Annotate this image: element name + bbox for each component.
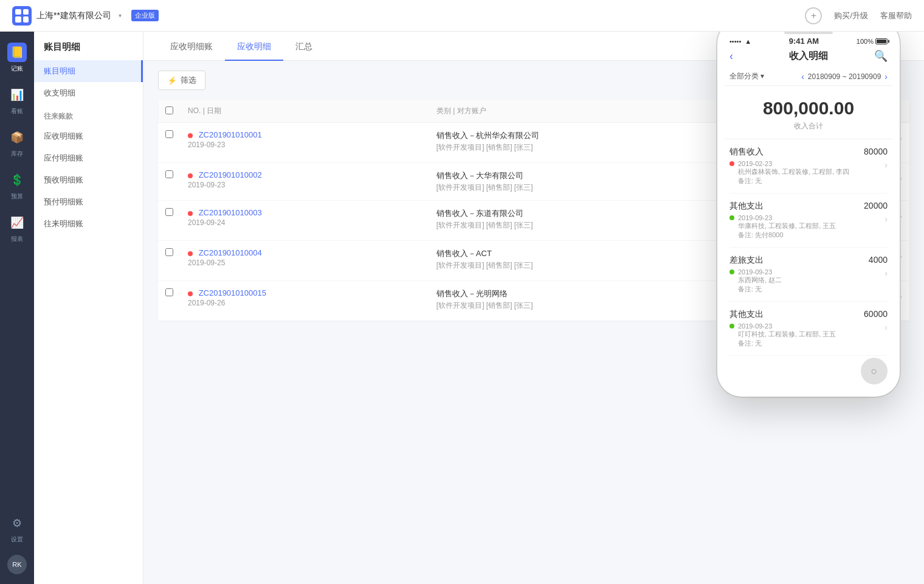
total-amount: 800,000.00: [725, 98, 892, 119]
date-prev-button[interactable]: ‹: [801, 72, 804, 82]
battery-area: 100%: [857, 38, 888, 45]
item-date: 2019-02-23: [738, 160, 772, 167]
menu-item-wanglaiming[interactable]: 往来明细账: [34, 213, 143, 235]
category-label: 全部分类: [729, 72, 759, 80]
main-content: 应收明细账 应收明细 汇总 ⚡ 筛选 NO. | 日期: [143, 32, 924, 584]
record-number[interactable]: ZC201901010003: [199, 208, 262, 217]
signal-area: ••••• ▲: [729, 38, 751, 45]
record-status-dot: [188, 251, 193, 256]
phone-list-item[interactable]: 差旅支出 4000 2019-09-23 东西网络, 赵二 备注: 无 ›: [729, 248, 888, 302]
row-checkbox[interactable]: [165, 130, 173, 138]
filter-icon: ⚡: [167, 76, 177, 85]
battery-bar: [875, 38, 888, 44]
record-sub: [软件开发项目] [销售部] [张三]: [436, 220, 736, 231]
row-checkbox-cell: [158, 201, 181, 241]
record-date: 2019-09-26: [188, 299, 422, 307]
record-date: 2019-09-23: [188, 181, 422, 189]
item-date: 2019-09-23: [738, 268, 772, 276]
company-name: 上海**建筑有限公司: [36, 10, 111, 21]
col-type-account: 类别 | 对方账户: [429, 100, 743, 123]
sidebar-label-yusuan: 预算: [11, 192, 23, 201]
menu-item-zhangmu[interactable]: 账目明细: [34, 60, 143, 82]
record-type: 销售收入－光明网络: [436, 288, 736, 299]
menu-item-yushoumingxi[interactable]: 预收明细账: [34, 169, 143, 191]
sidebar-item-kucun[interactable]: 📦 库存: [0, 122, 34, 164]
wifi-icon: ▲: [745, 38, 751, 45]
avatar-label: RK: [12, 561, 21, 568]
phone-nav-bar: ‹ 收入明细 🔍: [725, 49, 892, 68]
row-no-date: ZC201901010003 2019-09-24: [181, 201, 429, 241]
phone-search-button[interactable]: 🔍: [874, 49, 888, 63]
item-category: 其他支出: [729, 201, 764, 212]
phone-fab-button[interactable]: ○: [861, 358, 888, 384]
item-text: 2019-09-23 华康科技, 工程装修, 工程部, 王五 备注: 先付800…: [738, 214, 881, 240]
item-detail: 2019-02-23 杭州森林装饰, 工程装修, 工程部, 李四 备注: 无 ›: [729, 160, 888, 186]
row-type-account: 销售收入－光明网络 [软件开发项目] [销售部] [张三]: [429, 281, 743, 321]
row-checkbox[interactable]: [165, 170, 173, 178]
menu-item-yufumingxi[interactable]: 预付明细账: [34, 191, 143, 213]
row-checkbox[interactable]: [165, 288, 173, 296]
record-number[interactable]: ZC201901010001: [199, 130, 262, 139]
zhangdan-icon: 📊: [10, 88, 24, 102]
phone-notch: [725, 32, 892, 34]
sidebar-label-shezhi: 设置: [11, 535, 23, 544]
item-amount: 4000: [869, 255, 888, 265]
row-checkbox[interactable]: [165, 248, 173, 256]
record-type: 销售收入－杭州华众有限公司: [436, 130, 736, 141]
sidebar-item-yusuan[interactable]: 💲 预算: [0, 164, 34, 207]
row-type-account: 销售收入－东道有限公司 [软件开发项目] [销售部] [张三]: [429, 201, 743, 241]
row-type-account: 销售收入－杭州华众有限公司 [软件开发项目] [销售部] [张三]: [429, 123, 743, 163]
phone-mockup: ••••• ▲ 9:41 AM 100% ‹ 收入明细 🔍 全部分类: [717, 32, 912, 409]
tab-yingshouzhangmingxi[interactable]: 应收明细账: [158, 34, 225, 61]
tab-yingshoumingxi[interactable]: 应收明细: [225, 34, 283, 61]
item-date: 2019-09-23: [738, 322, 772, 330]
item-amount: 60000: [864, 309, 888, 319]
total-label: 收入合计: [725, 121, 892, 131]
item-dot: [729, 269, 734, 274]
enterprise-badge: 企业版: [131, 10, 159, 21]
item-text: 2019-02-23 杭州森林装饰, 工程装修, 工程部, 李四 备注: 无: [738, 160, 881, 186]
row-no-date: ZC2019010100015 2019-09-26: [181, 281, 429, 321]
battery-fill: [877, 40, 886, 43]
item-arrow-icon: ›: [884, 214, 888, 224]
company-logo-area[interactable]: 上海**建筑有限公司 ▾ 企业版: [12, 6, 159, 26]
menu-item-yingshoumingxi[interactable]: 应收明细账: [34, 125, 143, 147]
sidebar-item-zhangdan[interactable]: 📊 看账: [0, 79, 34, 122]
record-status-dot: [188, 211, 193, 216]
item-arrow-icon: ›: [884, 160, 888, 170]
select-all-checkbox[interactable]: [165, 106, 173, 114]
col-no-date: NO. | 日期: [181, 100, 429, 123]
buy-upgrade-link[interactable]: 购买/升级: [834, 10, 868, 21]
top-bar: 上海**建筑有限公司 ▾ 企业版 + 购买/升级 客服帮助: [0, 0, 924, 32]
item-detail: 2019-09-23 东西网络, 赵二 备注: 无 ›: [729, 268, 888, 294]
row-checkbox-cell: [158, 123, 181, 163]
row-checkbox-cell: [158, 163, 181, 201]
phone-list-item[interactable]: 销售收入 80000 2019-02-23 杭州森林装饰, 工程装修, 工程部,…: [729, 139, 888, 193]
sidebar-item-shezhi[interactable]: ⚙ 设置: [0, 507, 34, 550]
company-dropdown-icon[interactable]: ▾: [119, 12, 122, 19]
user-avatar[interactable]: RK: [7, 555, 27, 574]
sidebar-item-jizhang[interactable]: 📒 记账: [0, 36, 34, 79]
sidebar-label-jizhang: 记账: [11, 64, 23, 73]
menu-item-shouzhi[interactable]: 收支明细: [34, 82, 143, 104]
date-next-button[interactable]: ›: [884, 72, 888, 82]
record-number[interactable]: ZC201901010002: [199, 170, 262, 179]
row-checkbox[interactable]: [165, 208, 173, 216]
category-filter[interactable]: 全部分类 ▾: [729, 71, 764, 82]
tab-huizong[interactable]: 汇总: [283, 34, 325, 61]
phone-screen-title: 收入明细: [789, 50, 828, 63]
phone-back-button[interactable]: ‹: [729, 50, 733, 63]
filter-button[interactable]: ⚡ 筛选: [158, 71, 205, 90]
phone-total-area: 800,000.00 收入合计: [725, 86, 892, 139]
record-number[interactable]: ZC201901010004: [199, 248, 262, 257]
phone-list-item[interactable]: 其他支出 60000 2019-09-23 叮叮科技, 工程装修, 工程部, 王…: [729, 302, 888, 356]
signal-dots: •••••: [729, 38, 741, 45]
sidebar-item-baobiao[interactable]: 📈 报表: [0, 207, 34, 249]
row-no-date: ZC201901010004 2019-09-25: [181, 241, 429, 281]
record-number[interactable]: ZC2019010100015: [199, 288, 266, 297]
menu-item-yingfumingxi[interactable]: 应付明细账: [34, 147, 143, 169]
help-link[interactable]: 客服帮助: [880, 10, 912, 21]
app-logo: [12, 6, 32, 26]
phone-list-item[interactable]: 其他支出 20000 2019-09-23 华康科技, 工程装修, 工程部, 王…: [729, 193, 888, 248]
add-button[interactable]: +: [805, 7, 822, 24]
